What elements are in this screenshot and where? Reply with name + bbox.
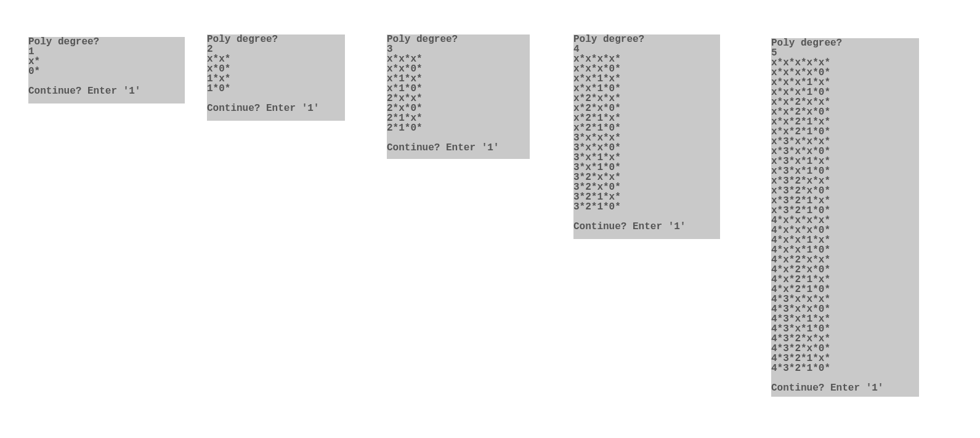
terminal-output: Poly degree? 4 x*x*x*x* x*x*x*0* x*x*1*x… — [573, 34, 720, 232]
terminal-output: Poly degree? 3 x*x*x* x*x*0* x*1*x* x*1*… — [387, 34, 530, 153]
terminal-window-4: Poly degree? 4 x*x*x*x* x*x*x*0* x*x*1*x… — [573, 34, 720, 239]
terminal-output: Poly degree? 5 x*x*x*x*x* x*x*x*x*0* x*x… — [771, 38, 919, 393]
terminal-window-5: Poly degree? 5 x*x*x*x*x* x*x*x*x*0* x*x… — [771, 38, 919, 397]
terminal-output: Poly degree? 1 x* 0* Continue? Enter '1' — [28, 37, 185, 96]
terminal-output: Poly degree? 2 x*x* x*0* 1*x* 1*0* Conti… — [207, 34, 345, 113]
terminal-window-2: Poly degree? 2 x*x* x*0* 1*x* 1*0* Conti… — [207, 34, 345, 121]
terminal-window-1: Poly degree? 1 x* 0* Continue? Enter '1' — [28, 37, 185, 103]
terminal-window-3: Poly degree? 3 x*x*x* x*x*0* x*1*x* x*1*… — [387, 34, 530, 159]
